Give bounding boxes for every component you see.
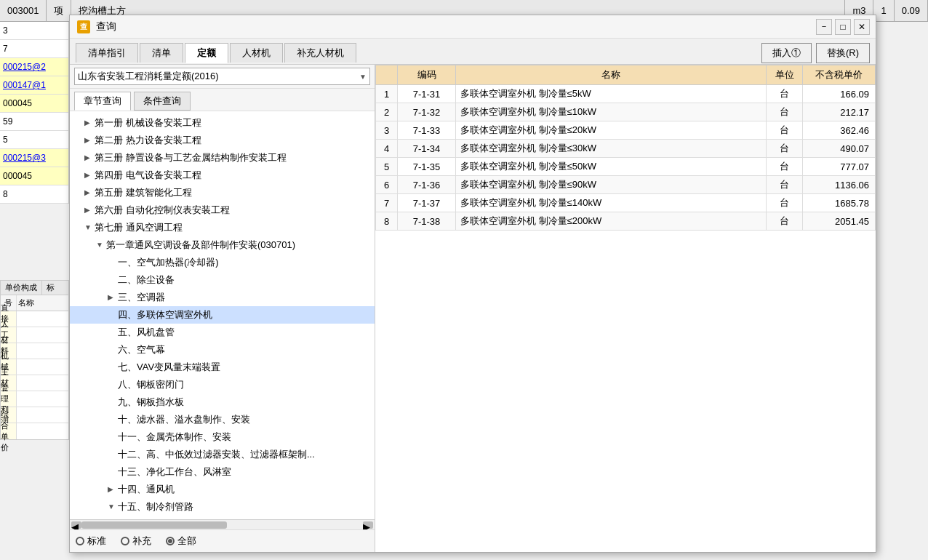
table-row[interactable]: 7 7-1-37 多联体空调室外机 制冷量≤140kW 台 1685.78	[376, 194, 876, 212]
radio-supplement-dot[interactable]	[121, 537, 129, 545]
tree-node-sec13[interactable]: 十三、净化工作台、风淋室	[70, 463, 375, 481]
tree-node-sec4[interactable]: 四、多联体空调室外机	[70, 306, 375, 324]
table-row[interactable]: 4 7-1-34 多联体空调室外机 制冷量≤30kW 台 490.07	[376, 140, 876, 158]
cell-name: 多联体空调室外机 制冷量≤5kW	[456, 85, 767, 103]
arrow-vol1[interactable]: ▶	[84, 116, 95, 130]
tab-dinge[interactable]: 定额	[185, 43, 228, 63]
dialog-title-buttons: － □ ✕	[816, 19, 870, 35]
arrow-vol3[interactable]: ▶	[84, 151, 95, 165]
tab-buzhong-rencaiji[interactable]: 补充人材机	[284, 43, 356, 63]
arrow-sec6	[108, 343, 118, 357]
topbar-qty: 1	[873, 0, 894, 21]
table-row[interactable]: 8 7-1-38 多联体空调室外机 制冷量≤200kW 台 2051.45	[376, 212, 876, 231]
tree-node-sec14[interactable]: ▶ 十四、通风机	[70, 481, 375, 498]
arrow-sec15[interactable]: ▼	[108, 500, 118, 514]
arrow-vol6[interactable]: ▶	[84, 203, 95, 217]
data-table: 编码 名称 单位 不含税单价 1 7-1-31 多联体空调室外机 制冷量≤5kW…	[375, 65, 876, 231]
tree-node-vol1[interactable]: ▶ 第一册 机械设备安装工程	[70, 114, 375, 132]
col-header-price: 不含税单价	[803, 65, 876, 85]
cell-num: 3	[376, 121, 398, 140]
tab-qingdan[interactable]: 清单	[140, 43, 183, 63]
radio-standard[interactable]: 标准	[76, 535, 106, 548]
table-row[interactable]: 2 7-1-32 多联体空调室外机 制冷量≤10kW 台 212.17	[376, 103, 876, 121]
arrow-sec3[interactable]: ▶	[108, 290, 118, 305]
tab-rencaiji[interactable]: 人材机	[230, 43, 283, 63]
cost-tab-label[interactable]: 标	[42, 281, 59, 295]
tree-hscroll[interactable]: ◀ ▶	[70, 519, 375, 529]
arrow-sec14[interactable]: ▶	[108, 482, 118, 497]
hscroll-track[interactable]	[81, 521, 363, 529]
hscroll-right-arrow[interactable]: ▶	[363, 521, 373, 529]
cell-code: 7-1-35	[398, 158, 456, 176]
radio-supplement[interactable]: 补充	[121, 535, 151, 548]
cell-price: 777.07	[803, 158, 876, 176]
tree-label-sec1: 一、空气加热器(冷却器)	[118, 255, 372, 270]
dialog-minimize-button[interactable]: －	[816, 19, 832, 35]
tree-node-ch1[interactable]: ▼ 第一章通风空调设备及部件制作安装(030701)	[70, 236, 375, 254]
tree-label-vol4: 第四册 电气设备安装工程	[95, 168, 372, 183]
replace-button[interactable]: 替换(R)	[816, 43, 870, 63]
tree-node-sec8[interactable]: 八、钢板密闭门	[70, 376, 375, 393]
tree-node-vol5[interactable]: ▶ 第五册 建筑智能化工程	[70, 184, 375, 201]
tree-node-sec10[interactable]: 十、滤水器、溢水盘制作、安装	[70, 411, 375, 428]
radio-all[interactable]: 全部	[166, 535, 196, 548]
tree-node-vol7[interactable]: ▼ 第七册 通风空调工程	[70, 219, 375, 236]
table-row[interactable]: 3 7-1-33 多联体空调室外机 制冷量≤20kW 台 362.46	[376, 121, 876, 140]
arrow-vol4[interactable]: ▶	[84, 168, 95, 183]
tree-label-sec11: 十一、金属壳体制作、安装	[118, 430, 372, 444]
arrow-ch1[interactable]: ▼	[96, 238, 106, 252]
radio-all-dot[interactable]	[166, 537, 175, 545]
cell-price: 166.09	[803, 85, 876, 103]
bg-row-59: 59	[0, 113, 68, 131]
tree-node-vol4[interactable]: ▶ 第四册 电气设备安装工程	[70, 167, 375, 184]
dialog-close-button[interactable]: ✕	[854, 19, 870, 35]
tree-label-sec10: 十、滤水器、溢水盘制作、安装	[118, 412, 372, 427]
cell-code: 7-1-32	[398, 103, 456, 121]
tree-node-sec15[interactable]: ▼ 十五、制冷剂管路	[70, 498, 375, 516]
tree-label-sec8: 八、钢板密闭门	[118, 377, 372, 392]
arrow-vol7[interactable]: ▼	[84, 220, 95, 235]
cell-num: 6	[376, 176, 398, 194]
tree-node-sec3[interactable]: ▶ 三、空调器	[70, 289, 375, 306]
quota-dropdown[interactable]: 山东省安装工程消耗量定额(2016) ▼	[74, 68, 370, 85]
insert-button[interactable]: 插入①	[761, 43, 812, 63]
tree-node-sec12[interactable]: 十二、高、中低效过滤器安装、过滤器框架制...	[70, 446, 375, 463]
tree-node-sec6[interactable]: 六、空气幕	[70, 341, 375, 359]
tree-node-sec7[interactable]: 七、VAV变风量末端装置	[70, 359, 375, 376]
search-tab-condition[interactable]: 条件查询	[134, 92, 191, 111]
tree-label-vol1: 第一册 机械设备安装工程	[95, 116, 372, 130]
tree-node-sec9[interactable]: 九、钢板挡水板	[70, 393, 375, 411]
cell-unit: 台	[767, 176, 803, 194]
bg-row-5: 5	[0, 131, 68, 149]
cell-unit: 台	[767, 103, 803, 121]
cell-num: 8	[376, 212, 398, 231]
cost-col-name-header: 名称	[17, 295, 68, 311]
cost-breakdown-panel: 单价构成 标 号 名称 直接费 人工费 材料费 机械费 主材费 管理费 利润	[0, 280, 69, 440]
tree-node-sec5[interactable]: 五、风机盘管	[70, 324, 375, 341]
cell-price: 2051.45	[803, 212, 876, 231]
radio-standard-dot[interactable]	[76, 537, 84, 545]
quota-dropdown-value: 山东省安装工程消耗量定额(2016)	[78, 70, 359, 83]
arrow-vol5[interactable]: ▶	[84, 185, 95, 200]
tree-node-sec2[interactable]: 二、除尘设备	[70, 271, 375, 289]
tree-node-sec11[interactable]: 十一、金属壳体制作、安装	[70, 428, 375, 446]
bg-row-215-2: 000215@2	[0, 58, 68, 76]
tree-node-sec1[interactable]: 一、空气加热器(冷却器)	[70, 254, 375, 271]
table-row[interactable]: 1 7-1-31 多联体空调室外机 制冷量≤5kW 台 166.09	[376, 85, 876, 103]
dialog-maximize-button[interactable]: □	[835, 19, 851, 35]
search-tab-chapter[interactable]: 章节查询	[74, 92, 131, 111]
table-row[interactable]: 5 7-1-35 多联体空调室外机 制冷量≤50kW 台 777.07	[376, 158, 876, 176]
hscroll-thumb[interactable]	[81, 521, 227, 529]
arrow-vol2[interactable]: ▶	[84, 133, 95, 148]
tab-qingdan-zhiyin[interactable]: 清单指引	[76, 43, 138, 63]
tree-label-sec7: 七、VAV变风量末端装置	[118, 360, 372, 375]
hscroll-left-arrow[interactable]: ◀	[71, 521, 81, 529]
tree-node-vol3[interactable]: ▶ 第三册 静置设备与工艺金属结构制作安装工程	[70, 149, 375, 167]
cost-tab-single-price[interactable]: 单价构成	[1, 281, 42, 295]
table-row[interactable]: 6 7-1-36 多联体空调室外机 制冷量≤90kW 台 1136.06	[376, 176, 876, 194]
tree-node-vol2[interactable]: ▶ 第二册 热力设备安装工程	[70, 132, 375, 149]
tree-node-vol6[interactable]: ▶ 第六册 自动化控制仪表安装工程	[70, 201, 375, 219]
bg-row-7: 7	[0, 40, 68, 58]
cell-name: 多联体空调室外机 制冷量≤200kW	[456, 212, 767, 231]
bg-row-8: 8	[0, 185, 68, 204]
